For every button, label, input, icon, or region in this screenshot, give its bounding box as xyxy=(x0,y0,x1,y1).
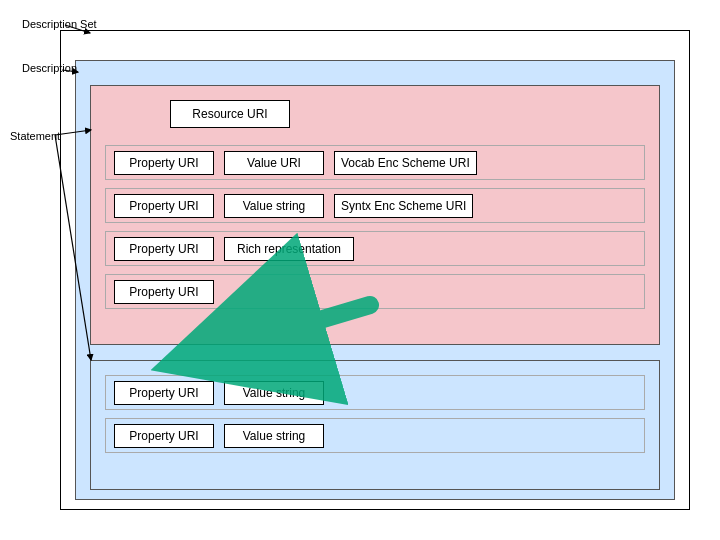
row-1: Property URI Value URI Vocab Enc Scheme … xyxy=(105,145,645,180)
description-label: Description xyxy=(22,62,77,74)
resource-uri-box: Resource URI xyxy=(170,100,290,128)
row1-enc: Vocab Enc Scheme URI xyxy=(334,151,477,175)
row-6: Property URI Value string xyxy=(105,418,645,453)
row-5: Property URI Value string xyxy=(105,375,645,410)
row-4: Property URI xyxy=(105,274,645,309)
row5-val: Value string xyxy=(224,381,324,405)
row2-val: Value string xyxy=(224,194,324,218)
row2-prop: Property URI xyxy=(114,194,214,218)
statement-label: Statement xyxy=(10,130,60,142)
resource-uri-label: Resource URI xyxy=(192,107,267,121)
row1-val: Value URI xyxy=(224,151,324,175)
row-2: Property URI Value string Syntx Enc Sche… xyxy=(105,188,645,223)
row2-enc: Syntx Enc Scheme URI xyxy=(334,194,473,218)
row6-prop: Property URI xyxy=(114,424,214,448)
row-3: Property URI Rich representation xyxy=(105,231,645,266)
row1-prop: Property URI xyxy=(114,151,214,175)
row3-prop: Property URI xyxy=(114,237,214,261)
row4-prop: Property URI xyxy=(114,280,214,304)
row6-val: Value string xyxy=(224,424,324,448)
row3-rich: Rich representation xyxy=(224,237,354,261)
row5-prop: Property URI xyxy=(114,381,214,405)
description-set-label: Description Set xyxy=(22,18,97,30)
